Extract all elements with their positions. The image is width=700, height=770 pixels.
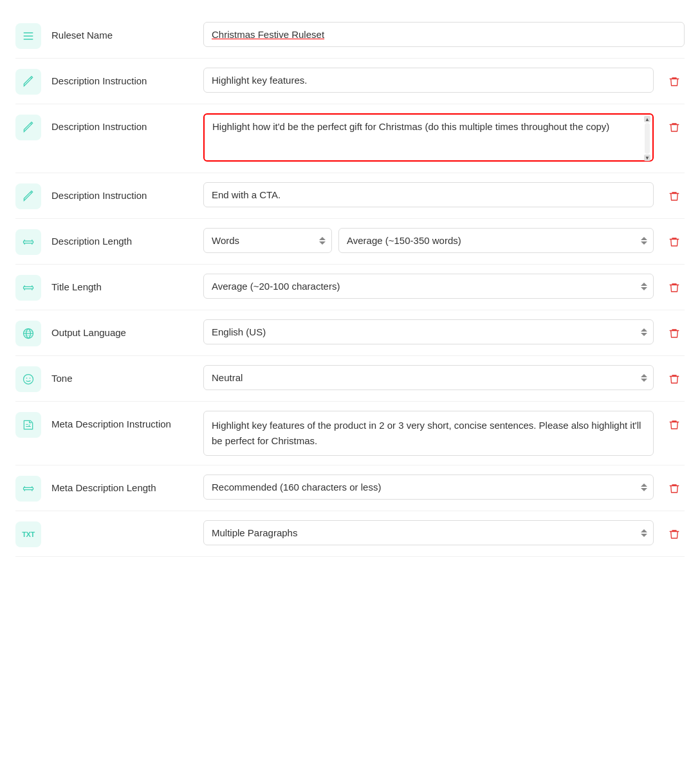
meta-desc-length-row: Meta Description Length Recommended (160… bbox=[15, 465, 685, 511]
desc-instruction-2-icon bbox=[15, 115, 41, 140]
desc-instruction-1-label: Description Instruction bbox=[51, 68, 193, 88]
svg-point-8 bbox=[30, 378, 31, 379]
tone-icon bbox=[15, 366, 41, 392]
meta-desc-length-select[interactable]: Recommended (160 characters or less) Sho… bbox=[203, 474, 654, 500]
desc-instruction-3-label: Description Instruction bbox=[51, 182, 193, 202]
txt-icon-wrap: TXT bbox=[15, 521, 41, 547]
desc-instruction-2-textarea[interactable]: Highlight how it'd be the perfect gift f… bbox=[203, 113, 654, 162]
svg-rect-4 bbox=[24, 286, 33, 288]
desc-instruction-3-delete[interactable] bbox=[664, 186, 685, 207]
title-length-icon bbox=[15, 275, 41, 301]
tone-delete[interactable] bbox=[664, 369, 685, 390]
desc-instruction-1-icon bbox=[15, 69, 41, 95]
meta-desc-instruction-controls: Highlight key features of the product in… bbox=[203, 411, 654, 456]
svg-rect-2 bbox=[24, 39, 33, 40]
ruleset-name-label: Ruleset Name bbox=[51, 22, 193, 42]
output-language-controls: English (US) English (UK) French German … bbox=[203, 319, 654, 344]
meta-desc-length-select-wrap: Recommended (160 characters or less) Sho… bbox=[203, 474, 654, 500]
svg-rect-0 bbox=[24, 32, 33, 33]
ruleset-name-input[interactable] bbox=[203, 22, 685, 47]
desc-instruction-1-controls bbox=[203, 68, 654, 93]
title-length-label: Title Length bbox=[51, 274, 193, 294]
desc-length-controls: Words Characters Sentences Short (~50-15… bbox=[203, 228, 654, 253]
output-language-select-wrap: English (US) English (UK) French German … bbox=[203, 319, 654, 344]
meta-desc-length-icon bbox=[15, 476, 41, 502]
last-row-delete[interactable] bbox=[664, 524, 685, 545]
last-row-controls: Multiple Paragraphs Single Paragraph Bul… bbox=[203, 520, 654, 545]
ruleset-icon bbox=[15, 23, 41, 49]
desc-length-unit-select[interactable]: Words Characters Sentences bbox=[203, 228, 332, 253]
meta-desc-instruction-row: Meta Description Instruction Highlight k… bbox=[15, 402, 685, 465]
meta-desc-length-delete[interactable] bbox=[664, 478, 685, 499]
desc-instruction-1-delete[interactable] bbox=[664, 71, 685, 92]
desc-length-row: Description Length Words Characters Sent… bbox=[15, 219, 685, 265]
title-length-select-wrap: Short (~10-20 characters) Average (~20-1… bbox=[203, 274, 654, 299]
desc-instruction-3-controls bbox=[203, 182, 654, 207]
last-row-select[interactable]: Multiple Paragraphs Single Paragraph Bul… bbox=[203, 520, 654, 545]
scroll-up[interactable]: ▲ bbox=[644, 116, 650, 122]
meta-desc-length-label: Meta Description Length bbox=[51, 474, 193, 494]
meta-desc-instruction-box: Highlight key features of the product in… bbox=[203, 411, 654, 456]
desc-length-range-wrap: Short (~50-150 words) Average (~150-350 … bbox=[338, 228, 654, 253]
last-row-select-wrap: Multiple Paragraphs Single Paragraph Bul… bbox=[203, 520, 654, 545]
desc-length-range-select[interactable]: Short (~50-150 words) Average (~150-350 … bbox=[338, 228, 654, 253]
txt-icon: TXT bbox=[22, 531, 34, 538]
tone-row: Tone Neutral Professional Friendly Casua… bbox=[15, 356, 685, 402]
output-language-label: Output Language bbox=[51, 319, 193, 339]
title-length-delete[interactable] bbox=[664, 277, 685, 298]
meta-desc-length-controls: Recommended (160 characters or less) Sho… bbox=[203, 474, 654, 500]
desc-instruction-2-delete[interactable] bbox=[664, 117, 685, 138]
desc-instruction-2-controls: Highlight how it'd be the perfect gift f… bbox=[203, 113, 654, 164]
output-language-icon bbox=[15, 321, 41, 346]
desc-instruction-2-textarea-wrap: Highlight how it'd be the perfect gift f… bbox=[203, 113, 654, 164]
scrollbar: ▲ ▼ bbox=[643, 116, 651, 161]
output-language-select[interactable]: English (US) English (UK) French German … bbox=[203, 319, 654, 344]
tone-select[interactable]: Neutral Professional Friendly Casual For… bbox=[203, 365, 654, 390]
svg-point-6 bbox=[24, 375, 33, 384]
ruleset-name-controls bbox=[203, 22, 685, 47]
meta-desc-instruction-label: Meta Description Instruction bbox=[51, 411, 193, 431]
svg-rect-9 bbox=[24, 487, 33, 489]
desc-instruction-2-row: Description Instruction Highlight how it… bbox=[15, 104, 685, 173]
meta-desc-instruction-delete[interactable] bbox=[664, 415, 685, 435]
ruleset-name-row: Ruleset Name bbox=[15, 13, 685, 59]
tone-select-wrap: Neutral Professional Friendly Casual For… bbox=[203, 365, 654, 390]
svg-rect-1 bbox=[24, 35, 33, 37]
meta-desc-text-plain: Highlight key features of the product in… bbox=[212, 420, 539, 431]
last-row-label bbox=[51, 520, 193, 527]
scroll-track bbox=[645, 123, 650, 154]
last-row: TXT Multiple Paragraphs Single Paragraph… bbox=[15, 511, 685, 557]
desc-length-unit-wrap: Words Characters Sentences bbox=[203, 228, 332, 253]
tone-controls: Neutral Professional Friendly Casual For… bbox=[203, 365, 654, 390]
title-length-row: Title Length Short (~10-20 characters) A… bbox=[15, 265, 685, 310]
scroll-down[interactable]: ▼ bbox=[644, 155, 650, 161]
output-language-row: Output Language English (US) English (UK… bbox=[15, 310, 685, 356]
desc-instruction-3-icon bbox=[15, 183, 41, 209]
tone-label: Tone bbox=[51, 365, 193, 385]
svg-point-7 bbox=[26, 378, 28, 379]
desc-instruction-2-label: Description Instruction bbox=[51, 113, 193, 133]
title-length-controls: Short (~10-20 characters) Average (~20-1… bbox=[203, 274, 654, 299]
svg-rect-3 bbox=[24, 241, 33, 243]
desc-instruction-1-input[interactable] bbox=[203, 68, 654, 93]
desc-length-label: Description Length bbox=[51, 228, 193, 248]
desc-instruction-3-input[interactable] bbox=[203, 182, 654, 207]
desc-instruction-3-row: Description Instruction bbox=[15, 173, 685, 219]
title-length-select[interactable]: Short (~10-20 characters) Average (~20-1… bbox=[203, 274, 654, 299]
meta-desc-instruction-icon bbox=[15, 412, 41, 438]
output-language-delete[interactable] bbox=[664, 323, 685, 344]
desc-length-delete[interactable] bbox=[664, 232, 685, 252]
desc-instruction-1-row: Description Instruction bbox=[15, 59, 685, 104]
desc-length-icon bbox=[15, 229, 41, 255]
